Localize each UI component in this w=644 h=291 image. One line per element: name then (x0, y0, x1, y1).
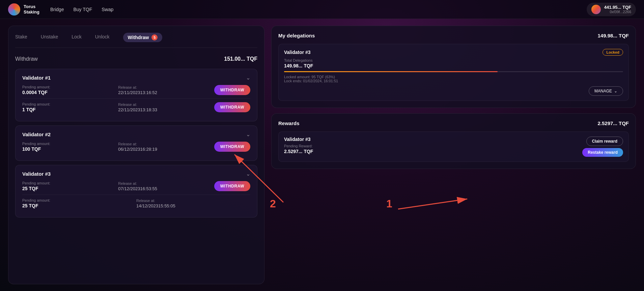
nav-bridge[interactable]: Bridge (50, 7, 64, 12)
tab-unstake[interactable]: Unstake (41, 34, 58, 41)
wallet-balance: 441.95... TQF (604, 5, 631, 10)
nav-swap[interactable]: Swap (102, 7, 113, 12)
validator-3-header: Validator #3 ⌄ (22, 171, 250, 177)
right-panel: My delegations 149.98... TQF Validator #… (271, 26, 636, 284)
restake-reward-button[interactable]: Restake reward (582, 148, 623, 157)
navbar: Torus Staking Bridge Buy TQF Swap 441.95… (0, 0, 644, 19)
validator-1-entry-1: Pending amount: 0.0004 TQF Release at: 2… (22, 85, 250, 95)
reward-pending-value: 2.5297... TQF (284, 149, 582, 154)
validator-3-name: Validator #3 (22, 171, 51, 177)
delegations-header: My delegations 149.98... TQF (278, 33, 629, 38)
reward-info-1: Validator #3 Pending Reward: 2.5297... T… (284, 137, 582, 154)
release-info-1-1: Release at: 22/11/202313:16:52 (118, 85, 214, 95)
withdraw-total: 151.00... TQF (224, 56, 257, 62)
validator-1-chevron[interactable]: ⌄ (246, 75, 250, 81)
manage-button[interactable]: MANAGE ⌄ (589, 86, 623, 96)
release-info-2-1: Release at: 06/12/202316:28:19 (118, 142, 214, 152)
reward-pending-label: Pending Reward: (284, 144, 582, 148)
pending-info-2-1: Pending amount: 100 TQF (22, 142, 118, 152)
validator-2-entry-1: Pending amount: 100 TQF Release at: 06/1… (22, 142, 250, 152)
withdraw-header: Withdraw 151.00... TQF (15, 56, 257, 62)
withdraw-badge-count: 5 (151, 34, 158, 40)
release-info-3-2: Release at: 14/12/202315:55:05 (136, 199, 250, 208)
locked-badge: Locked (603, 49, 623, 56)
delegation-total-value: 149.98... TQF (284, 63, 623, 68)
delegation-item-footer: MANAGE ⌄ (284, 86, 623, 96)
reward-item-1: Validator #3 Pending Reward: 2.5297... T… (278, 132, 629, 162)
validator-3-entry-2: Pending amount: 25 TQF Release at: 14/12… (22, 195, 250, 208)
delegation-lock-ends: Lock ends: 01/02/2024, 16:01:51 (284, 79, 623, 83)
validator-1-entry-2: Pending amount: 1 TQF Release at: 22/11/… (22, 98, 250, 112)
pending-info-1-2: Pending amount: 1 TQF (22, 102, 118, 112)
tab-withdraw[interactable]: Withdraw 5 (123, 33, 163, 42)
claim-reward-button[interactable]: Claim reward (586, 137, 623, 146)
validator-1-name: Validator #1 (22, 75, 51, 81)
delegation-progress-bar (284, 71, 623, 72)
nav-links: Bridge Buy TQF Swap (50, 7, 587, 12)
delegation-item-1: Validator #3 Locked Total Delegations 14… (278, 44, 629, 101)
pending-info-3-1: Pending amount: 25 TQF (22, 181, 118, 191)
tab-unlock[interactable]: Unlock (95, 34, 110, 41)
tabs: Stake Unstake Lock Unlock Withdraw 5 (15, 33, 257, 48)
delegation-lock-amount: Locked amount: 95 TQF (63%) (284, 75, 623, 79)
withdraw-btn-2-1[interactable]: WITHDRAW (214, 142, 250, 152)
validator-card-3: Validator #3 ⌄ Pending amount: 25 TQF Re… (15, 165, 257, 217)
delegations-title: My delegations (278, 33, 315, 38)
release-info-1-2: Release at: 22/11/202313:18:33 (118, 103, 214, 112)
chevron-down-icon: ⌄ (614, 89, 617, 93)
validator-card-2: Validator #2 ⌄ Pending amount: 100 TQF R… (15, 125, 257, 161)
rewards-header: Rewards 2.5297... TQF (278, 120, 629, 126)
wallet-info[interactable]: 441.95... TQF 0xf39f...2266 (587, 3, 636, 16)
withdraw-btn-1-2[interactable]: WITHDRAW (214, 102, 250, 112)
delegations-card: My delegations 149.98... TQF Validator #… (271, 26, 636, 108)
withdraw-title: Withdraw (15, 56, 38, 62)
validator-2-header: Validator #2 ⌄ (22, 131, 250, 138)
validator-1-header: Validator #1 ⌄ (22, 75, 250, 81)
logo-icon (8, 3, 20, 16)
validator-3-chevron[interactable]: ⌄ (246, 171, 250, 177)
withdraw-btn-1-1[interactable]: WITHDRAW (214, 85, 250, 95)
validator-3-entry-1: Pending amount: 25 TQF Release at: 07/12… (22, 181, 250, 191)
pending-info-1-1: Pending amount: 0.0004 TQF (22, 85, 118, 95)
delegations-total: 149.98... TQF (597, 33, 629, 38)
pending-info-3-2: Pending amount: 25 TQF (22, 198, 136, 208)
wallet-details: 441.95... TQF 0xf39f...2266 (604, 5, 631, 14)
wallet-address: 0xf39f...2266 (604, 10, 631, 14)
rewards-title: Rewards (278, 120, 300, 126)
tab-lock[interactable]: Lock (72, 34, 82, 41)
validator-card-1: Validator #1 ⌄ Pending amount: 0.0004 TQ… (15, 69, 257, 121)
left-panel: Stake Unstake Lock Unlock Withdraw 5 Wit… (8, 26, 264, 284)
rewards-total: 2.5297... TQF (597, 120, 629, 126)
main-content: Stake Unstake Lock Unlock Withdraw 5 Wit… (0, 19, 644, 291)
tab-stake[interactable]: Stake (15, 34, 27, 41)
wallet-avatar (591, 5, 601, 14)
reward-validator-name: Validator #3 (284, 137, 582, 142)
validator-2-chevron[interactable]: ⌄ (246, 131, 250, 138)
release-info-3-1: Release at: 07/12/202316:53:55 (118, 181, 214, 191)
logo: Torus Staking (8, 3, 39, 16)
delegation-progress-fill (284, 71, 498, 72)
nav-buy-tqf[interactable]: Buy TQF (73, 7, 92, 12)
reward-actions: Claim reward Restake reward (582, 137, 623, 157)
delegation-validator-name: Validator #3 (284, 50, 311, 55)
withdraw-btn-3-1[interactable]: WITHDRAW (214, 181, 250, 191)
logo-text: Torus Staking (24, 4, 39, 14)
delegation-item-1-header: Validator #3 Locked (284, 49, 623, 56)
validator-2-name: Validator #2 (22, 132, 51, 137)
rewards-card: Rewards 2.5297... TQF Validator #3 Pendi… (271, 113, 636, 169)
delegation-total-label: Total Delegations (284, 58, 623, 62)
